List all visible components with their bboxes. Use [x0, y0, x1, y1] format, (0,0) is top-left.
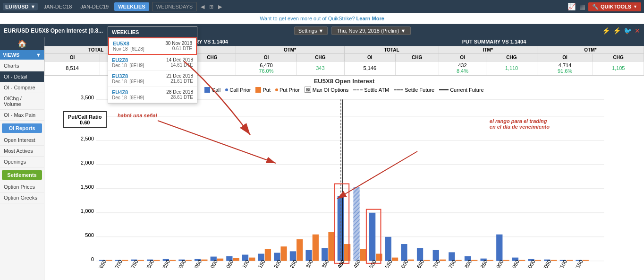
- put-prior-label: Put Prior: [280, 87, 300, 93]
- main-layout: 🏠 VIEWS ▼ Charts OI - Detail OI - Compar…: [0, 37, 644, 280]
- bar-put-29: [567, 260, 573, 261]
- sidebar-item-charts[interactable]: Charts: [0, 61, 44, 71]
- call-otm-header: OTM*: [236, 46, 344, 54]
- call-prior-label: Call Prior: [229, 87, 251, 93]
- bar-put-17: [376, 254, 382, 261]
- put-summary-table: TOTAL ITM* OTM* OI CHG OI CHG OI CHG: [344, 46, 644, 75]
- quiktools-wrench-icon: 🔧: [592, 4, 599, 10]
- item-eu2z8-date: 14 Dec 2018: [166, 57, 193, 62]
- bar-put-3: [153, 260, 160, 261]
- put-itm-header: ITM*: [439, 46, 537, 54]
- pair-selector[interactable]: EUR/USD ▼: [3, 3, 38, 10]
- bar-put-6: [201, 260, 207, 261]
- call-legend-label: Call: [212, 87, 220, 93]
- call-total-oi: 8,514: [45, 61, 100, 75]
- promo-banner: Want to get even more out of QuikStrike?…: [0, 13, 644, 24]
- settle-atm-label: Settle ATM: [364, 87, 389, 93]
- quiktools-dropdown-arrow: ▼: [633, 4, 637, 9]
- sidebar-item-most-actives[interactable]: Most Actives: [0, 146, 44, 157]
- instrument-bar: EUR/USD EU5X8 Open Interest (0.8... Sett…: [0, 24, 644, 37]
- item-eu2z8-name: EU2Z8: [112, 57, 144, 63]
- nav-grid-icon[interactable]: ⊞: [208, 3, 214, 11]
- sidebar-item-oi-compare[interactable]: OI - Compare: [0, 82, 44, 93]
- legend-put-prior: Put Prior: [275, 87, 300, 93]
- item-eu3z8-date: 21 Dec 2018: [166, 73, 193, 79]
- bar-call-25: [496, 235, 502, 261]
- bar-call-16-hatch: [353, 187, 359, 261]
- chart-area: EU5X8 Open Interest Call Call Prior Put: [44, 76, 644, 280]
- bar-put-18: [392, 258, 398, 261]
- views-button[interactable]: VIEWS ▼: [0, 50, 44, 60]
- wednesdays-button[interactable]: WEDNESDAYS: [152, 2, 197, 11]
- bar-put-5: [186, 260, 192, 261]
- putcall-ratio-value: 0.60: [68, 120, 102, 125]
- date-jan-dec18[interactable]: JAN-DEC18: [41, 3, 75, 10]
- put-total-header: TOTAL: [345, 46, 439, 54]
- call-otm-oi-header: OI: [236, 54, 297, 61]
- weeklies-button[interactable]: WEEKLIES: [114, 2, 149, 11]
- pair-dropdown-icon[interactable]: ▼: [31, 4, 36, 9]
- sidebar-item-oichg-volume[interactable]: OIChg / Volume: [0, 93, 44, 110]
- item-eu5x8-dte: 0.61 DTE: [165, 46, 192, 51]
- dropdown-header: WEEKLIES: [108, 27, 197, 37]
- nav-right-arrow[interactable]: ▶: [217, 3, 223, 11]
- sidebar-item-open-interest[interactable]: Open Interest: [0, 135, 44, 146]
- date-button[interactable]: Thu, Nov 29, 2018 (Prelim) ▼: [331, 26, 411, 35]
- chart-icon[interactable]: 📈: [568, 3, 576, 10]
- settings-label: Settings: [298, 28, 317, 34]
- bar-put-22: [455, 260, 461, 261]
- bar-put-7: [217, 259, 223, 261]
- put-total-chg: [395, 61, 439, 75]
- dropdown-item-eu2z8[interactable]: EU2Z8 Dec 18 [6EH9] 14 Dec 2018 14.61 DT…: [108, 55, 197, 71]
- oi-compare-label: OI - Compare: [4, 85, 35, 90]
- sidebar-item-option-greeks[interactable]: Option Greeks: [0, 192, 44, 203]
- grid-icon[interactable]: ▦: [579, 3, 585, 10]
- y-label-500: 500: [85, 232, 94, 238]
- dropdown-item-eu5x8[interactable]: EU5X8 Nov 18 [6EZ8] 30 Nov 2018 0.61 DTE: [108, 37, 197, 55]
- item-eu4z8-sub: Dec 18 [6EH9]: [112, 95, 144, 100]
- quiktools-label: QUIKTOOLS: [601, 4, 631, 9]
- bar-put-20: [424, 260, 430, 261]
- item-eu4z8-name: EU4Z8: [112, 89, 144, 95]
- current-future-line-icon: [439, 89, 449, 90]
- call-prior-dot: [225, 88, 228, 91]
- put-summary-header: PUT SUMMARY VS 1.1404: [344, 37, 644, 46]
- put-itm-oi-header: OI: [439, 54, 486, 61]
- bar-put-1: [122, 260, 128, 261]
- close-icon[interactable]: ✕: [635, 27, 640, 35]
- promo-link[interactable]: Learn More: [356, 16, 384, 21]
- settle-future-line-icon: [394, 89, 403, 90]
- bar-put-14: [328, 232, 334, 261]
- put-total-oi: 5,146: [345, 61, 396, 75]
- home-button[interactable]: 🏠: [0, 37, 44, 50]
- sidebar-item-oi-maxpain[interactable]: OI - Max Pain: [0, 110, 44, 121]
- settlements-section: Option Prices Option Greeks: [0, 181, 44, 204]
- quiktools-button[interactable]: 🔧 QUIKTOOLS ▼: [588, 2, 641, 11]
- put-otm-chg-header: CHG: [593, 54, 644, 61]
- dropdown-item-eu4z8[interactable]: EU4Z8 Dec 18 [6EH9] 28 Dec 2018 28.61 DT…: [108, 87, 197, 103]
- item-eu3z8-dte: 21.61 DTE: [166, 79, 193, 84]
- bar-put-0: [106, 260, 112, 261]
- item-eu4z8-dte: 28.61 DTE: [166, 95, 193, 100]
- lightning-icon[interactable]: ⚡: [602, 27, 610, 35]
- call-otm-chg: 343: [297, 61, 344, 75]
- settle-future-label: Settle Future: [405, 87, 434, 93]
- nav-left-arrow[interactable]: ◀: [200, 3, 205, 11]
- dropdown-item-eu3z8[interactable]: EU3Z8 Dec 18 [6EH9] 21 Dec 2018 21.61 DT…: [108, 71, 197, 87]
- sidebar-item-option-prices[interactable]: Option Prices: [0, 182, 44, 192]
- y-label-2500: 2,500: [81, 136, 94, 141]
- charts-label: Charts: [4, 63, 19, 69]
- sidebar-item-openings[interactable]: Openings: [0, 157, 44, 167]
- sidebar-item-oi-detail[interactable]: OI - Detail: [0, 71, 44, 82]
- max-oi-label: Max OI Options: [313, 87, 348, 93]
- oichg-label: OIChg / Volume: [4, 96, 22, 107]
- bar-call-18: [385, 237, 391, 261]
- settings-button[interactable]: Settings ▼: [294, 26, 328, 35]
- twitter-icon[interactable]: 🐦: [624, 27, 632, 35]
- date-jan-dec19[interactable]: JAN-DEC19: [77, 3, 111, 10]
- legend-put: Put: [255, 87, 271, 93]
- lightning2-icon[interactable]: ⚡: [613, 27, 621, 35]
- weeklies-dropdown[interactable]: WEEKLIES EU5X8 Nov 18 [6EZ8] 30 Nov 2018…: [108, 26, 197, 104]
- bar-call-17: [369, 213, 375, 261]
- call-total-oi-header: OI: [45, 54, 100, 61]
